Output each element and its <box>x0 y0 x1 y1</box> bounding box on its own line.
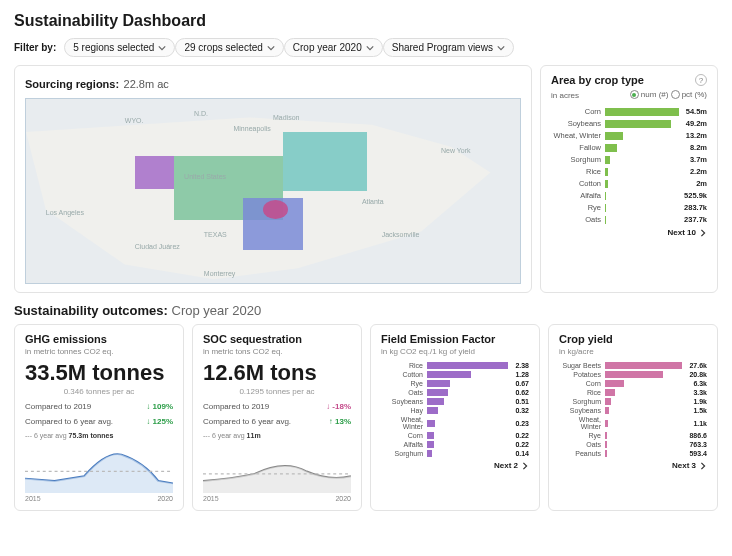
yield-card: Crop yield in kg/acre Sugar Beets27.6kPo… <box>548 324 718 511</box>
ghg-card: GHG emissions in metric tonnes CO2 eq. 3… <box>14 324 184 511</box>
chevron-down-icon <box>158 44 166 52</box>
bar-row[interactable]: Oats0.62 <box>381 389 529 396</box>
bar-row[interactable]: Sorghum3.7m <box>551 155 707 164</box>
radio-num[interactable]: num (#) <box>630 90 669 99</box>
map-title: Sourcing regions: <box>25 78 119 90</box>
map-value: 22.8m ac <box>124 78 169 90</box>
region-colorado[interactable] <box>135 156 175 189</box>
region-arkansas[interactable] <box>263 200 288 218</box>
bar-row[interactable]: Cotton1.28 <box>381 371 529 378</box>
bar-row[interactable]: Wheat, Winter13.2m <box>551 131 707 140</box>
bar-row[interactable]: Soybeans0.51 <box>381 398 529 405</box>
bar-row[interactable]: Rye0.67 <box>381 380 529 387</box>
chevron-down-icon <box>267 44 275 52</box>
filter-chip-2[interactable]: Crop year 2020 <box>284 38 383 57</box>
bar-row[interactable]: Rice2.2m <box>551 167 707 176</box>
chevron-right-icon <box>521 462 529 470</box>
bar-row[interactable]: Oats237.7k <box>551 215 707 224</box>
bar-row[interactable]: Hay0.32 <box>381 407 529 414</box>
bar-row[interactable]: Corn54.5m <box>551 107 707 116</box>
radio-pct[interactable]: pct (%) <box>671 90 707 99</box>
bar-row[interactable]: Fallow8.2m <box>551 143 707 152</box>
area-unit: in acres <box>551 91 579 100</box>
filter-chip-0[interactable]: 5 regions selected <box>64 38 175 57</box>
ghg-sparkline <box>25 445 173 493</box>
bar-row[interactable]: Wheat, Winter1.1k <box>559 416 707 430</box>
bar-row[interactable]: Rice3.3k <box>559 389 707 396</box>
yield-next-button[interactable]: Next 3 <box>559 461 707 470</box>
bar-row[interactable]: Rye283.7k <box>551 203 707 212</box>
soc-value: 12.6M tons <box>203 360 351 386</box>
chevron-right-icon <box>699 229 707 237</box>
soc-sparkline <box>203 445 351 493</box>
sourcing-regions-card: Sourcing regions: 22.8m ac WYO. Madison … <box>14 65 532 293</box>
bar-row[interactable]: Alfalfa525.9k <box>551 191 707 200</box>
page-title: Sustainability Dashboard <box>14 12 718 30</box>
fef-next-button[interactable]: Next 2 <box>381 461 529 470</box>
help-icon[interactable]: ? <box>695 74 707 86</box>
bar-row[interactable]: Oats763.3 <box>559 441 707 448</box>
chevron-down-icon <box>366 44 374 52</box>
filter-chip-3[interactable]: Shared Program views <box>383 38 514 57</box>
bar-row[interactable]: Sorghum0.14 <box>381 450 529 457</box>
bar-row[interactable]: Rye886.6 <box>559 432 707 439</box>
area-next-button[interactable]: Next 10 <box>551 228 707 237</box>
outcomes-heading: Sustainability outcomes: Crop year 2020 <box>14 303 718 318</box>
area-bars: Corn54.5mSoybeans49.2mWheat, Winter13.2m… <box>551 107 707 224</box>
fef-bars: Rice2.38Cotton1.28Rye0.67Oats0.62Soybean… <box>381 362 529 457</box>
yield-bars: Sugar Beets27.6kPotatoes20.8kCorn6.3kRic… <box>559 362 707 457</box>
fef-card: Field Emission Factor in kg CO2 eq./1 kg… <box>370 324 540 511</box>
bar-row[interactable]: Sorghum1.9k <box>559 398 707 405</box>
ghg-value: 33.5M tonnes <box>25 360 173 386</box>
chevron-down-icon <box>497 44 505 52</box>
filter-bar: Filter by: 5 regions selected29 crops se… <box>14 38 718 57</box>
filter-label: Filter by: <box>14 42 56 53</box>
area-title: Area by crop type <box>551 74 644 86</box>
soc-delta-avg: ↑ 13% <box>329 417 351 426</box>
filter-chip-1[interactable]: 29 crops selected <box>175 38 283 57</box>
bar-row[interactable]: Rice2.38 <box>381 362 529 369</box>
us-map[interactable]: WYO. Madison United States Los Angeles C… <box>25 98 521 284</box>
bar-row[interactable]: Sugar Beets27.6k <box>559 362 707 369</box>
chevron-right-icon <box>699 462 707 470</box>
bar-row[interactable]: Wheat, Winter0.23 <box>381 416 529 430</box>
bar-row[interactable]: Cotton2m <box>551 179 707 188</box>
region-illinois[interactable] <box>283 132 367 191</box>
bar-row[interactable]: Peanuts593.4 <box>559 450 707 457</box>
ghg-delta-2019: ↓ 109% <box>146 402 173 411</box>
soc-delta-2019: ↓ -18% <box>326 402 351 411</box>
bar-row[interactable]: Soybeans1.5k <box>559 407 707 414</box>
bar-row[interactable]: Corn0.22 <box>381 432 529 439</box>
ghg-delta-avg: ↓ 125% <box>146 417 173 426</box>
bar-row[interactable]: Potatoes20.8k <box>559 371 707 378</box>
bar-row[interactable]: Corn6.3k <box>559 380 707 387</box>
area-by-crop-card: Area by crop type ? in acres num (#) pct… <box>540 65 718 293</box>
bar-row[interactable]: Soybeans49.2m <box>551 119 707 128</box>
soc-card: SOC sequestration in metric tons CO2 eq.… <box>192 324 362 511</box>
bar-row[interactable]: Alfalfa0.22 <box>381 441 529 448</box>
